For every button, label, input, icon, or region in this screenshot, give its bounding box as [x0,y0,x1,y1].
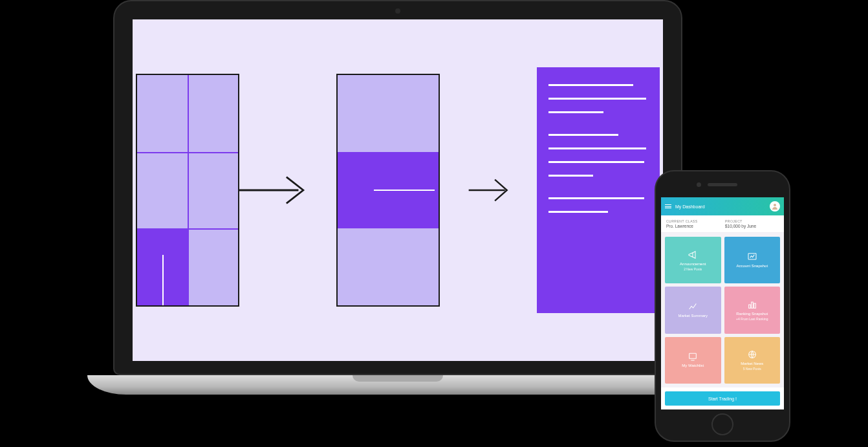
trend-icon [688,301,698,312]
start-trading-label: Start Trading ! [708,397,737,401]
phone-screen: My Dashboard CURRENT CLASS Pro. Lawrence… [661,197,784,409]
tile-ranking-snapshot[interactable]: Ranking Snapshot +4 From Last Ranking [724,287,781,333]
current-class-label: CURRENT CLASS [666,219,720,223]
tile-title: Account Snapshot [736,264,768,268]
diagram-step-3-document [537,67,660,313]
tile-announcement[interactable]: Announcement 2 New Posts [665,237,721,283]
tile-subtitle: 2 New Posts [684,267,702,271]
subheader: CURRENT CLASS Pro. Lawrence PROJECT $10,… [661,215,784,233]
phone-device-mockup: My Dashboard CURRENT CLASS Pro. Lawrence… [655,170,790,442]
megaphone-icon [688,250,698,260]
project-value: $10,000 by June [725,224,779,228]
rank-icon [747,300,757,310]
project-label: PROJECT [725,219,779,223]
arrow-icon [265,168,310,213]
watch-icon [688,351,698,362]
tile-title: Market News [741,362,763,365]
start-trading-button[interactable]: Start Trading ! [665,391,780,406]
laptop-camera-icon [395,8,400,14]
laptop-base [87,375,708,395]
avatar[interactable] [770,201,780,212]
svg-point-0 [774,204,776,206]
tile-subtitle: +4 From Last Ranking [736,317,768,321]
tile-my-watchlist[interactable]: My Watchlist [665,337,721,384]
tile-title: Ranking Snapshot [736,312,768,316]
phone-home-button[interactable] [711,413,733,435]
tile-title: Announcement [680,262,706,266]
tile-subtitle: 5 New Posts [743,367,761,371]
dashboard-tiles: Announcement 2 New Posts Account Snapsho… [661,233,784,387]
phone-camera-icon [697,182,701,187]
globe-icon [747,349,757,360]
tile-market-news[interactable]: Market News 5 New Posts [724,337,781,384]
laptop-screen [133,19,663,361]
current-class-value: Pro. Lawrence [666,224,720,228]
tile-account-snapshot[interactable]: Account Snapshot [724,237,781,283]
tile-title: My Watchlist [682,364,704,367]
diagram-step-1-grid [136,74,239,307]
diagram-step-2-band [336,74,440,307]
page-title: My Dashboard [675,204,705,209]
tile-market-summary[interactable]: Market Summary [665,287,721,333]
arrow-icon [466,168,511,213]
current-class-block: CURRENT CLASS Pro. Lawrence [666,219,720,228]
app-header: My Dashboard [661,197,784,215]
phone-speaker-icon [708,183,737,186]
svg-rect-4 [754,303,755,308]
laptop-body [113,0,682,375]
svg-rect-3 [751,302,753,308]
chart-icon [747,252,757,262]
hamburger-menu-icon[interactable] [665,204,671,208]
tile-title: Market Summary [678,314,708,318]
svg-rect-2 [748,305,750,308]
svg-rect-5 [689,354,697,359]
project-block: PROJECT $10,000 by June [725,219,779,228]
laptop-device-mockup [113,0,682,408]
laptop-notch [353,375,443,382]
